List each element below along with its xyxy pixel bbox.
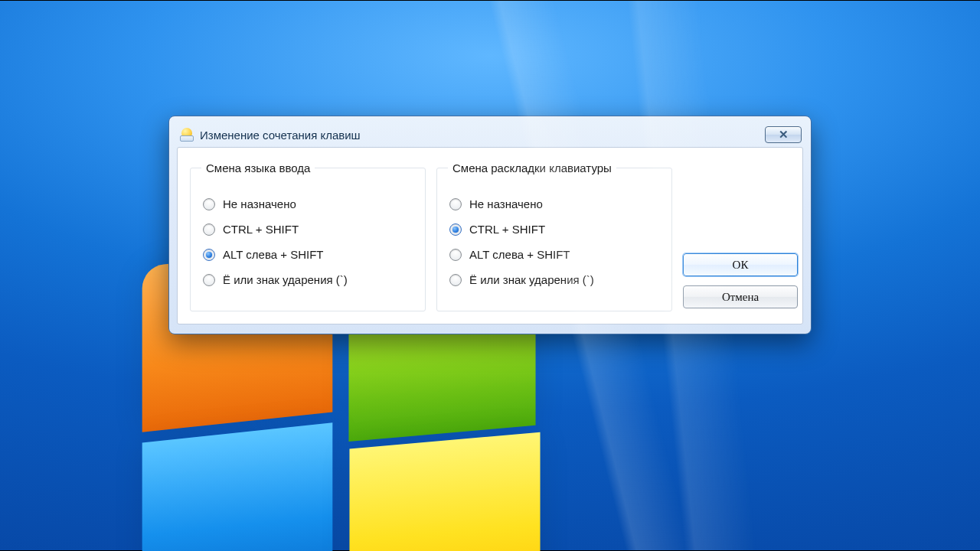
- dialog-client-area: Смена языка ввода Не назначено CTRL + SH…: [177, 147, 803, 324]
- radio-label: ALT слева + SHIFT: [223, 248, 323, 261]
- radio-icon: [203, 274, 215, 286]
- group-input-language-legend: Смена языка ввода: [201, 161, 315, 174]
- window-title: Изменение сочетания клавиш: [200, 129, 765, 142]
- radio-layout-option-2[interactable]: ALT слева + SHIFT: [449, 248, 659, 261]
- radio-label: Не назначено: [469, 197, 543, 210]
- keyboard-globe-icon: [180, 128, 194, 142]
- radio-label: Не назначено: [223, 197, 296, 210]
- radio-icon: [449, 249, 462, 261]
- radio-label: Ё или знак ударения (`): [469, 273, 594, 286]
- radio-label: Ё или знак ударения (`): [223, 273, 348, 286]
- radio-input-option-2[interactable]: ALT слева + SHIFT: [203, 248, 413, 261]
- radio-label: ALT слева + SHIFT: [469, 248, 570, 261]
- radio-icon: [203, 198, 215, 210]
- desktop-background: Изменение сочетания клавиш ✕ Смена языка…: [0, 0, 980, 551]
- titlebar: Изменение сочетания клавиш ✕: [177, 124, 803, 147]
- radio-layout-option-3[interactable]: Ё или знак ударения (`): [449, 273, 659, 286]
- radio-layout-option-0[interactable]: Не назначено: [449, 197, 659, 210]
- radio-icon: [203, 223, 215, 236]
- dialog-buttons: ОК Отмена: [683, 161, 798, 311]
- radio-icon: [203, 249, 215, 261]
- radio-icon: [449, 223, 462, 236]
- close-button[interactable]: ✕: [765, 126, 802, 143]
- group-keyboard-layout: Смена раскладки клавиатуры Не назначено …: [436, 161, 672, 311]
- radio-input-option-0[interactable]: Не назначено: [203, 197, 413, 210]
- group-input-language: Смена языка ввода Не назначено CTRL + SH…: [190, 161, 426, 311]
- radio-input-option-1[interactable]: CTRL + SHIFT: [203, 223, 413, 236]
- change-hotkeys-dialog: Изменение сочетания клавиш ✕ Смена языка…: [168, 116, 812, 334]
- cancel-button[interactable]: Отмена: [683, 285, 798, 308]
- close-icon: ✕: [779, 129, 789, 141]
- group-keyboard-layout-legend: Смена раскладки клавиатуры: [448, 161, 616, 174]
- radio-input-option-3[interactable]: Ё или знак ударения (`): [203, 273, 413, 286]
- radio-label: CTRL + SHIFT: [469, 223, 545, 236]
- radio-icon: [449, 198, 462, 210]
- radio-layout-option-1[interactable]: CTRL + SHIFT: [449, 223, 659, 236]
- ok-button[interactable]: ОК: [683, 253, 798, 276]
- radio-icon: [449, 274, 462, 286]
- radio-label: CTRL + SHIFT: [223, 223, 299, 236]
